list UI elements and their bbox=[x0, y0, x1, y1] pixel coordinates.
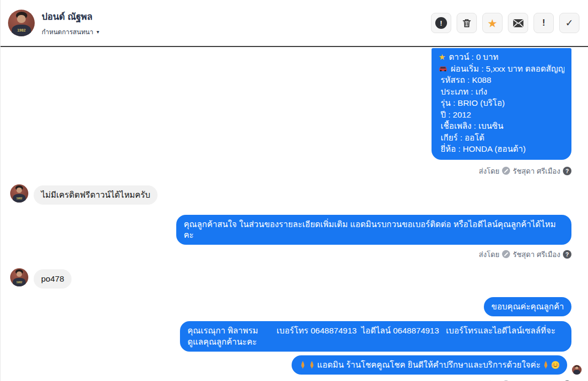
praying-hands-icon bbox=[308, 361, 316, 369]
schedule-dropdown-label: กำหนดการสนทนา bbox=[42, 27, 93, 37]
sender-agent-name: รัชสุดา ศรีเมือง bbox=[513, 248, 560, 260]
avatar-shirt-text: 1982 bbox=[10, 281, 28, 284]
star-icon: ★ bbox=[438, 51, 445, 63]
sent-by-line: ส่งโดย รัชสุดา ศรีเมือง ? bbox=[10, 379, 571, 381]
schedule-dropdown[interactable]: กำหนดการสนทนา ▾ bbox=[42, 27, 99, 37]
car-detail-bubble: ★ ดาวน์ : 0 บาท ผ่อนเริ่ม : 5,xxx บาท ตล… bbox=[432, 48, 571, 160]
chevron-down-icon: ▾ bbox=[97, 29, 99, 35]
praying-hands-icon bbox=[299, 361, 307, 369]
customer-message-bubble: ไม่มีเครดิตฟรีดาวน์ได้ไหมครับ bbox=[34, 185, 158, 205]
car-card-line: ผ่อนเริ่ม : 5,xxx บาท ตลอดสัญญา bbox=[438, 63, 565, 75]
sent-by-line: ส่งโดย รัชสุดา ศรีเมือง ? bbox=[10, 248, 571, 260]
report-circle-icon: ! bbox=[435, 17, 447, 29]
envelope-icon bbox=[513, 19, 524, 28]
admin-closing-bubble: แอดมิน ร้านโชคคูณโชค ยินดีให้คำปรึกษาและ… bbox=[292, 355, 567, 375]
customer-info: ปอนด์ ณัฐพล กำหนดการสนทนา ▾ bbox=[42, 9, 99, 37]
car-card-text: รุ่น : BRIO (บริโอ) bbox=[438, 97, 565, 109]
avatar-shirt-text: 1982 bbox=[8, 28, 35, 32]
sender-badge-icon bbox=[502, 167, 510, 175]
customer-avatar[interactable]: 1982 bbox=[10, 268, 28, 286]
sender-agent-name: รัชสุดา ศรีเมือง bbox=[513, 379, 560, 381]
praying-hands-icon bbox=[542, 361, 550, 369]
report-spam-button[interactable]: ! bbox=[431, 13, 451, 33]
mail-button[interactable] bbox=[508, 13, 528, 33]
customer-message-bubble: po478 bbox=[34, 269, 72, 289]
message-row: 1982 po478 bbox=[10, 268, 571, 289]
avatar-face bbox=[17, 188, 22, 193]
help-icon[interactable]: ? bbox=[563, 167, 571, 175]
car-card-text: ยี่ห้อ : HONDA (ฮอนด้า) bbox=[438, 143, 565, 155]
conversation-header: 1982 ปอนด์ ณัฐพล กำหนดการสนทนา ▾ ! ★ bbox=[1, 0, 588, 47]
admin-message-bubble: ขอบคุณค่ะคุณลูกค้า bbox=[484, 297, 571, 316]
car-card-text: รหัสรถ : K088 bbox=[438, 74, 565, 86]
sender-agent-name: รัชสุดา ศรีเมือง bbox=[513, 165, 560, 177]
message-row: คุณเรณุกา พิลาพรม เบอร์โทร 0648874913 ไอ… bbox=[10, 321, 571, 352]
admin-closing-text: แอดมิน ร้านโชคคูณโชค ยินดีให้คำปรึกษาและ… bbox=[317, 360, 540, 370]
message-row: ★ ดาวน์ : 0 บาท ผ่อนเริ่ม : 5,xxx บาท ตล… bbox=[10, 48, 571, 160]
mark-done-button[interactable]: ✓ bbox=[559, 13, 579, 33]
message-row: คุณลูกค้าสนใจ ในส่วนของรายละเอียดเพิ่มเต… bbox=[10, 215, 571, 245]
conversation-pane: ★ ดาวน์ : 0 บาท ผ่อนเริ่ม : 5,xxx บาท ตล… bbox=[1, 48, 588, 381]
car-card-text: ผ่อนเริ่ม : 5,xxx บาท ตลอดสัญญา bbox=[451, 63, 565, 75]
car-card-text: ปี : 2012 bbox=[438, 109, 565, 121]
header-actions: ! ★ bbox=[426, 13, 579, 33]
message-row: ขอบคุณค่ะคุณลูกค้า bbox=[10, 297, 571, 316]
admin-message-bubble: คุณเรณุกา พิลาพรม เบอร์โทร 0648874913 ไอ… bbox=[180, 321, 571, 352]
message-row: 1982 ไม่มีเครดิตฟรีดาวน์ได้ไหมครับ bbox=[10, 184, 571, 205]
check-icon: ✓ bbox=[565, 17, 573, 29]
avatar-shirt-text: 1982 bbox=[10, 197, 28, 200]
avatar-face bbox=[575, 367, 578, 369]
delete-button[interactable] bbox=[457, 13, 477, 33]
sent-by-line: ส่งโดย รัชสุดา ศรีเมือง ? bbox=[10, 165, 571, 177]
sent-by-label: ส่งโดย bbox=[479, 379, 499, 381]
star-button[interactable]: ★ bbox=[482, 13, 503, 33]
chat-window: 1982 ปอนด์ ณัฐพล กำหนดการสนทนา ▾ ! ★ bbox=[0, 0, 588, 381]
message-row: แอดมิน ร้านโชคคูณโชค ยินดีให้คำปรึกษาและ… bbox=[10, 355, 582, 375]
trash-icon bbox=[461, 18, 472, 28]
exclamation-icon: ! bbox=[542, 18, 545, 28]
sent-by-label: ส่งโดย bbox=[479, 248, 499, 260]
star-icon: ★ bbox=[488, 18, 498, 29]
customer-avatar[interactable]: 1982 bbox=[8, 10, 35, 36]
sender-badge-icon bbox=[502, 250, 510, 258]
smiling-face-with-hearts-icon bbox=[551, 361, 560, 369]
avatar-face bbox=[17, 271, 22, 277]
help-icon[interactable]: ? bbox=[563, 250, 571, 259]
seen-indicator-avatar bbox=[572, 365, 582, 375]
customer-name: ปอนด์ ณัฐพล bbox=[42, 9, 99, 24]
sent-by-label: ส่งโดย bbox=[479, 165, 499, 177]
car-icon bbox=[438, 65, 448, 72]
customer-avatar[interactable]: 1982 bbox=[10, 184, 28, 203]
car-card-line: ★ ดาวน์ : 0 บาท bbox=[438, 51, 565, 63]
car-card-text: เชื้อเพลิง : เบนซิน bbox=[438, 120, 565, 132]
car-card-text: ดาวน์ : 0 บาท bbox=[449, 51, 498, 63]
mark-important-button[interactable]: ! bbox=[534, 13, 554, 33]
avatar-shirt bbox=[574, 370, 581, 374]
admin-message-bubble: คุณลูกค้าสนใจ ในส่วนของรายละเอียดเพิ่มเต… bbox=[176, 215, 571, 245]
car-card-text: ประเภท : เก๋ง bbox=[438, 86, 565, 98]
car-card-text: เกียร์ : ออโต้ bbox=[438, 132, 565, 144]
avatar-face bbox=[17, 15, 26, 23]
